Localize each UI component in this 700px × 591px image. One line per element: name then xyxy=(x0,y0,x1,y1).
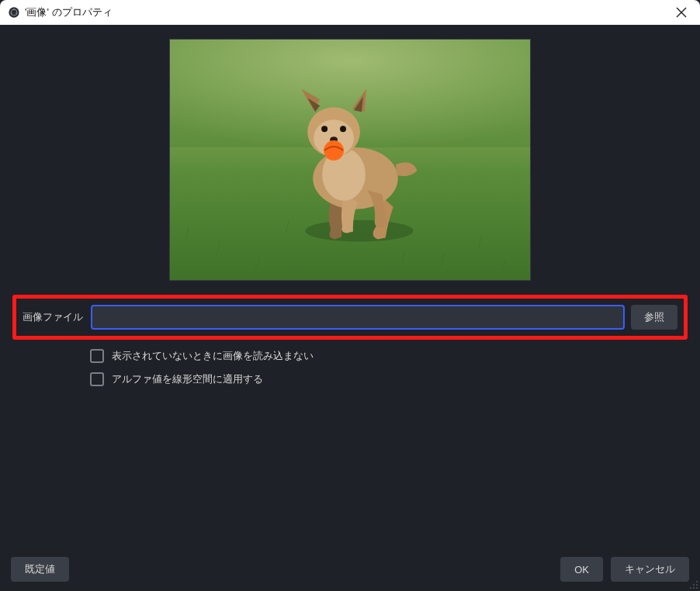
svg-point-32 xyxy=(696,587,698,589)
dialog-footer: 既定値 OK キャンセル xyxy=(0,548,700,591)
dialog-content: 画像ファイル 参照 表示されていないときに画像を読み込まない アルファ値を線形空… xyxy=(0,25,700,548)
linear-alpha-label[interactable]: アルファ値を線形空間に適用する xyxy=(112,372,263,386)
svg-point-2 xyxy=(13,9,15,10)
resize-grip-icon xyxy=(689,580,698,589)
image-file-label: 画像ファイル xyxy=(23,310,85,324)
window-title: '画像' のプロパティ xyxy=(25,5,666,19)
svg-point-30 xyxy=(690,587,691,589)
browse-button[interactable]: 参照 xyxy=(631,305,677,330)
svg-point-17 xyxy=(305,220,413,242)
svg-point-31 xyxy=(693,587,695,589)
cancel-button[interactable]: キャンセル xyxy=(611,557,689,582)
image-file-input[interactable] xyxy=(91,305,625,330)
image-file-row-highlight: 画像ファイル 参照 xyxy=(12,295,688,340)
resize-grip[interactable] xyxy=(689,580,698,589)
svg-point-23 xyxy=(321,126,327,132)
close-button[interactable] xyxy=(666,0,697,25)
preview-area xyxy=(12,39,688,281)
image-preview xyxy=(169,39,531,281)
unload-when-hidden-checkbox[interactable] xyxy=(90,349,104,363)
titlebar: '画像' のプロパティ xyxy=(0,0,700,25)
linear-alpha-checkbox[interactable] xyxy=(90,372,104,386)
svg-point-29 xyxy=(696,584,698,586)
close-icon xyxy=(676,7,687,18)
ok-button[interactable]: OK xyxy=(560,557,603,582)
svg-point-26 xyxy=(324,140,344,161)
svg-point-24 xyxy=(340,126,346,132)
app-icon xyxy=(8,6,20,19)
unload-when-hidden-label[interactable]: 表示されていないときに画像を読み込まない xyxy=(112,349,314,363)
linear-alpha-row: アルファ値を線形空間に適用する xyxy=(90,372,688,386)
defaults-button[interactable]: 既定値 xyxy=(11,557,69,582)
svg-point-27 xyxy=(696,581,698,582)
svg-point-4 xyxy=(11,12,12,14)
unload-when-hidden-row: 表示されていないときに画像を読み込まない xyxy=(90,349,688,363)
svg-point-28 xyxy=(693,584,695,586)
svg-point-3 xyxy=(16,12,17,14)
